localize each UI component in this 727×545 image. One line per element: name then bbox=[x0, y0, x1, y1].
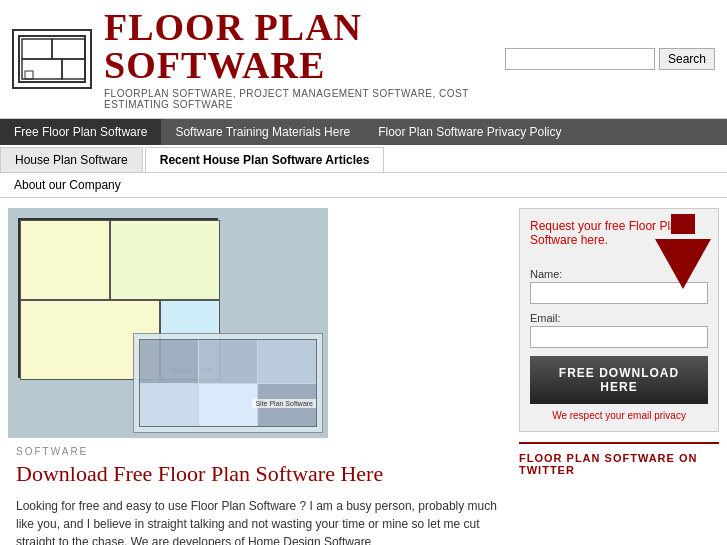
article-body: Looking for free and easy to use Floor P… bbox=[16, 497, 501, 545]
email-label: Email: bbox=[530, 312, 708, 324]
logo[interactable] bbox=[12, 29, 92, 89]
fp-site-label: Site Plan Software bbox=[252, 399, 316, 408]
article-text: Software Download Free Floor Plan Softwa… bbox=[8, 446, 509, 545]
article-image: Version 1.0.42 Site Plan Software bbox=[8, 208, 328, 438]
twitter-box: Floor Plan Software on Twitter bbox=[519, 442, 719, 476]
tab-house-plan-software[interactable]: House Plan Software bbox=[0, 147, 143, 172]
article-title[interactable]: Download Free Floor Plan Software Here bbox=[16, 461, 501, 487]
nav-item-free-floor-plan[interactable]: Free Floor Plan Software bbox=[0, 119, 161, 145]
privacy-note: We respect your email privacy bbox=[530, 410, 708, 421]
content-area: Version 1.0.42 Site Plan Software bbox=[8, 208, 509, 545]
search-area: Search bbox=[505, 48, 715, 70]
about-bar[interactable]: About our Company bbox=[0, 173, 727, 198]
search-button[interactable]: Search bbox=[659, 48, 715, 70]
main-content: Version 1.0.42 Site Plan Software bbox=[0, 198, 727, 545]
site-title-block: Floor Plan Software Floorplan Software, … bbox=[104, 8, 495, 110]
subtabs: House Plan Software Recent House Plan So… bbox=[0, 147, 727, 173]
software-label: Software bbox=[16, 446, 501, 457]
request-box: Request your free Floor Plan Software he… bbox=[519, 208, 719, 432]
arrow-icon bbox=[653, 214, 713, 284]
nav-item-privacy[interactable]: Floor Plan Software Privacy Policy bbox=[364, 119, 575, 145]
sidebar: Request your free Floor Plan Software he… bbox=[519, 208, 719, 545]
search-input[interactable] bbox=[505, 48, 655, 70]
free-download-button[interactable]: FREE DOWNLOAD HERE bbox=[530, 356, 708, 404]
nav-item-training[interactable]: Software Training Materials Here bbox=[161, 119, 364, 145]
tab-recent-articles[interactable]: Recent House Plan Software Articles bbox=[145, 147, 385, 172]
site-title: Floor Plan Software bbox=[104, 8, 495, 84]
site-subtitle: Floorplan Software, Project Management S… bbox=[104, 88, 495, 110]
navbar: Free Floor Plan Software Software Traini… bbox=[0, 119, 727, 145]
email-input[interactable] bbox=[530, 326, 708, 348]
page-header: Floor Plan Software Floorplan Software, … bbox=[0, 0, 727, 119]
twitter-title[interactable]: Floor Plan Software on Twitter bbox=[519, 452, 719, 476]
